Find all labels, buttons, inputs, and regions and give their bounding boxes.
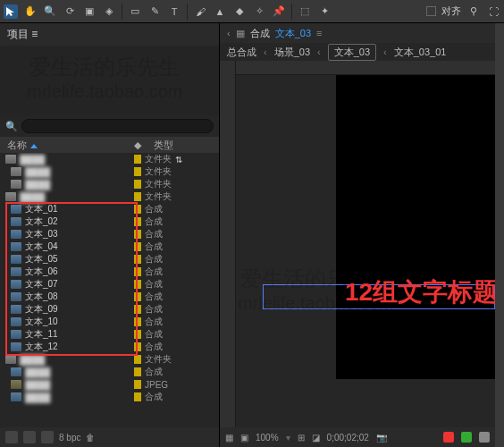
list-item[interactable]: 文本_10合成: [0, 316, 219, 328]
color-chip[interactable]: [134, 267, 141, 276]
text-tool[interactable]: T: [167, 4, 181, 19]
r-channel-icon[interactable]: [443, 432, 454, 443]
snap-checkbox[interactable]: [426, 6, 436, 16]
breadcrumb-item[interactable]: 文本_03_01: [394, 46, 447, 59]
color-chip[interactable]: [134, 355, 141, 364]
zoom-tool[interactable]: 🔍: [43, 4, 57, 19]
rect-tool[interactable]: ▭: [128, 4, 142, 19]
list-item[interactable]: 文本_07合成: [0, 278, 219, 291]
list-item[interactable]: 文本_03合成: [0, 228, 219, 240]
project-search-input[interactable]: [21, 119, 214, 133]
breadcrumb-item[interactable]: 总合成: [227, 46, 256, 59]
bpc-label[interactable]: 8 bpc: [59, 433, 80, 443]
world-axis-icon[interactable]: ✦: [317, 4, 332, 19]
breadcrumb-item[interactable]: 场景_03: [274, 46, 310, 59]
brush-tool[interactable]: 🖌: [193, 4, 207, 19]
zoom-dropdown[interactable]: 100%: [256, 433, 279, 443]
new-comp-icon[interactable]: [41, 431, 54, 443]
color-chip[interactable]: [134, 280, 141, 289]
channel-icon[interactable]: ▣: [240, 433, 248, 443]
list-item[interactable]: ████合成: [0, 366, 219, 378]
color-chip[interactable]: [134, 330, 141, 339]
trash-icon[interactable]: 🗑: [86, 433, 95, 443]
list-item[interactable]: 文本_01合成: [0, 203, 219, 215]
comp-breadcrumb: 总合成‹场景_03‹文本_03‹文本_03_01: [220, 43, 495, 61]
flow-grid-icon[interactable]: ▦: [236, 28, 245, 39]
anchor-tool[interactable]: ◈: [102, 4, 116, 19]
list-item[interactable]: 文本_06合成: [0, 266, 219, 278]
item-type: 合成: [141, 303, 163, 316]
color-chip[interactable]: [134, 242, 141, 251]
g-channel-icon[interactable]: [461, 432, 472, 443]
comp-active-name[interactable]: 文本_03: [275, 27, 311, 40]
color-chip[interactable]: [134, 205, 141, 214]
comp-canvas[interactable]: [336, 75, 495, 379]
selection-tool[interactable]: [4, 4, 18, 19]
color-chip[interactable]: [134, 192, 141, 201]
pin-tool[interactable]: 📌: [272, 4, 286, 19]
item-name: ████: [25, 392, 50, 402]
search-icon[interactable]: 🔍: [5, 121, 18, 132]
color-chip[interactable]: [134, 167, 141, 176]
color-chip[interactable]: [134, 317, 141, 326]
col-type-label[interactable]: 类型: [150, 139, 219, 152]
item-type: 文件夹: [141, 165, 172, 178]
flow-back-icon[interactable]: ‹: [227, 28, 231, 38]
list-item[interactable]: 文本_02合成: [0, 215, 219, 228]
hand-tool[interactable]: ✋: [23, 4, 38, 19]
list-item[interactable]: ████合成: [0, 391, 219, 403]
project-tab[interactable]: 项目: [7, 28, 29, 40]
roto-tool[interactable]: ✧: [252, 4, 266, 19]
list-item[interactable]: 文本_05合成: [0, 253, 219, 266]
color-chip[interactable]: [134, 217, 141, 226]
color-chip[interactable]: [134, 292, 141, 301]
breadcrumb-item[interactable]: 文本_03: [328, 44, 376, 61]
color-chip[interactable]: [134, 255, 141, 264]
pen-tool[interactable]: ✎: [147, 4, 162, 19]
rotate-tool[interactable]: ⟳: [63, 4, 77, 19]
item-name: 文本_02: [25, 215, 58, 228]
comp-viewer[interactable]: 12组文字标题人名字幕条 爱生活的乐先生 mrlelife.taobao.com…: [220, 61, 495, 427]
project-list[interactable]: ████文件夹⇅████文件夹████文件夹████文件夹文本_01合成文本_0…: [0, 153, 219, 427]
stamp-tool[interactable]: ▲: [213, 4, 227, 19]
mask-btn[interactable]: ◪: [312, 433, 320, 443]
scrollbar-right[interactable]: [495, 23, 504, 447]
list-item[interactable]: ████JPEG: [0, 378, 219, 391]
comp-icon: [11, 330, 21, 339]
color-chip[interactable]: [134, 367, 141, 376]
sort-arrow-icon[interactable]: [30, 144, 38, 148]
color-chip[interactable]: [134, 380, 141, 389]
list-item[interactable]: 文本_04合成: [0, 240, 219, 253]
color-chip[interactable]: [134, 342, 141, 351]
col-name-label[interactable]: 名称: [7, 139, 27, 150]
snapshot-icon[interactable]: 📷: [376, 433, 387, 443]
grid-btn[interactable]: ⊞: [298, 433, 305, 443]
color-chip[interactable]: [134, 305, 141, 314]
col-tag-icon[interactable]: ◆: [134, 139, 150, 151]
expand-icon[interactable]: ⛶: [486, 4, 500, 19]
color-chip[interactable]: [134, 392, 141, 401]
list-item[interactable]: ████文件夹: [0, 353, 219, 366]
item-type: 合成: [141, 366, 163, 378]
a-channel-icon[interactable]: [479, 432, 490, 443]
list-item[interactable]: ████文件夹⇅: [0, 153, 219, 165]
color-chip[interactable]: [134, 230, 141, 239]
list-item[interactable]: 文本_09合成: [0, 303, 219, 316]
new-folder-icon[interactable]: [23, 431, 36, 443]
list-item[interactable]: ████文件夹: [0, 178, 219, 190]
color-chip[interactable]: [134, 180, 141, 189]
list-item[interactable]: 文本_11合成: [0, 328, 219, 341]
res-icon[interactable]: ▦: [225, 433, 233, 443]
color-chip[interactable]: [134, 155, 141, 164]
list-item[interactable]: 文本_12合成: [0, 341, 219, 353]
search-icon[interactable]: ⚲: [466, 4, 481, 19]
list-item[interactable]: ████文件夹: [0, 165, 219, 178]
layer-selection-box[interactable]: [263, 284, 495, 309]
eraser-tool[interactable]: ◆: [232, 4, 247, 19]
interpret-icon[interactable]: [5, 431, 18, 443]
local-axis-icon[interactable]: ⬚: [298, 4, 312, 19]
camera-tool[interactable]: ▣: [82, 4, 97, 19]
timecode-display[interactable]: 0;00;02;02: [327, 433, 369, 443]
list-item[interactable]: 文本_08合成: [0, 291, 219, 303]
list-item[interactable]: ████文件夹: [0, 190, 219, 203]
